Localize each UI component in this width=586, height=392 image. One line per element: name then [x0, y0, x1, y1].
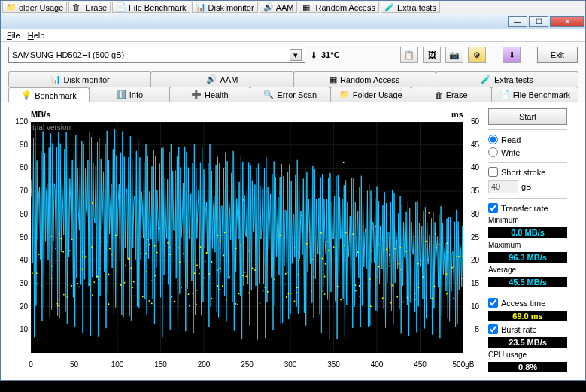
svg-point-168 — [396, 296, 398, 298]
start-button[interactable]: Start — [488, 108, 567, 125]
copy-screenshot-button[interactable]: 🖼 — [423, 47, 441, 63]
svg-point-64 — [169, 254, 171, 255]
options-button[interactable]: ⚙ — [468, 47, 486, 63]
svg-point-104 — [344, 245, 345, 246]
svg-point-203 — [178, 247, 180, 248]
svg-point-164 — [451, 267, 453, 269]
bg-tab-folder-usage[interactable]: 📁older Usage — [2, 2, 67, 13]
svg-point-165 — [324, 293, 326, 295]
svg-point-152 — [132, 287, 133, 288]
svg-point-154 — [296, 287, 298, 288]
svg-point-224 — [378, 244, 380, 245]
svg-point-97 — [294, 300, 296, 302]
menu-file[interactable]: File — [7, 31, 20, 40]
temperature-readout: 🌡 31°C — [310, 50, 340, 59]
cpu-usage-label: CPU usage — [488, 351, 567, 359]
svg-point-159 — [146, 271, 147, 272]
svg-point-27 — [71, 285, 72, 287]
tab-erase[interactable]: 🗑Erase — [411, 87, 492, 102]
save-button[interactable]: ⬇ — [503, 47, 521, 63]
svg-point-94 — [248, 250, 250, 251]
svg-point-109 — [418, 287, 420, 289]
svg-point-21 — [320, 232, 322, 234]
svg-point-117 — [327, 241, 329, 242]
bg-tab-random-access[interactable]: ▦Random Access — [299, 2, 378, 13]
svg-point-183 — [149, 244, 150, 245]
minimize-button[interactable]: — — [508, 16, 527, 27]
bg-tab-disk-monitor[interactable]: 📊Disk monitor — [192, 2, 258, 13]
svg-point-184 — [453, 298, 454, 299]
svg-point-191 — [377, 276, 378, 278]
svg-point-105 — [461, 278, 463, 279]
menu-help[interactable]: Help — [28, 31, 45, 40]
access-time-check[interactable]: Access time — [488, 298, 567, 308]
short-stroke-input[interactable]: gB — [488, 180, 567, 193]
svg-point-67 — [431, 298, 433, 299]
close-button[interactable]: ✕ — [550, 16, 584, 27]
svg-point-160 — [324, 276, 326, 278]
tab-file-benchmark[interactable]: 📄File Benchmark — [491, 87, 578, 102]
transfer-rate-check[interactable]: Transfer rate — [488, 203, 567, 213]
svg-point-20 — [217, 235, 218, 236]
svg-point-221 — [436, 247, 438, 248]
flask-icon: 🧪 — [481, 74, 491, 84]
tab-disk-monitor[interactable]: 📊Disk monitor — [8, 71, 151, 87]
svg-point-174 — [287, 293, 289, 295]
svg-point-24 — [192, 293, 193, 294]
svg-point-218 — [298, 260, 299, 262]
svg-point-220 — [240, 245, 241, 246]
svg-point-195 — [196, 290, 198, 291]
svg-point-129 — [345, 232, 347, 234]
tab-random-access[interactable]: ▦Random Access — [293, 71, 436, 87]
svg-point-59 — [355, 290, 357, 292]
svg-point-208 — [375, 226, 376, 227]
chevron-down-icon[interactable]: ▾ — [290, 49, 302, 61]
svg-point-215 — [82, 269, 83, 270]
svg-point-155 — [252, 267, 254, 269]
burst-rate-value: 23.5 MB/s — [488, 337, 567, 348]
svg-point-52 — [92, 202, 93, 204]
svg-point-121 — [235, 248, 237, 249]
exit-button[interactable]: Exit — [537, 47, 578, 63]
svg-point-171 — [286, 296, 287, 298]
drive-select[interactable]: SAMSUNG HD502HI (500 gB) ▾ — [8, 47, 305, 63]
short-stroke-check[interactable]: Short stroke — [488, 167, 567, 177]
svg-point-31 — [297, 274, 299, 275]
svg-point-150 — [80, 239, 81, 240]
tab-error-scan[interactable]: 🔍Error Scan — [250, 87, 331, 102]
svg-point-232 — [51, 278, 53, 279]
svg-point-198 — [337, 286, 339, 287]
bg-tab-file-benchmark[interactable]: 📄File Benchmark — [112, 2, 190, 13]
svg-point-91 — [378, 266, 380, 268]
svg-point-212 — [458, 256, 460, 257]
svg-point-139 — [452, 266, 454, 267]
svg-point-36 — [328, 250, 329, 251]
svg-point-238 — [58, 299, 59, 300]
svg-point-170 — [299, 257, 300, 259]
tab-benchmark[interactable]: 💡Benchmark — [8, 87, 90, 102]
tab-info[interactable]: ℹ️Info — [89, 87, 170, 102]
svg-point-231 — [129, 261, 130, 263]
bg-tab-extra-tests[interactable]: 🧪Extra tests — [381, 2, 440, 13]
svg-point-30 — [260, 302, 261, 304]
svg-point-124 — [133, 281, 135, 283]
trash-icon: 🗑 — [435, 90, 443, 99]
tab-folder-usage[interactable]: 📁Folder Usage — [330, 87, 411, 102]
svg-point-63 — [248, 292, 250, 293]
tab-extra-tests[interactable]: 🧪Extra tests — [436, 71, 578, 87]
bg-tab-erase[interactable]: 🗑Erase — [68, 2, 111, 13]
write-radio[interactable]: Write — [488, 147, 567, 157]
copy-info-button[interactable]: 📋 — [400, 47, 418, 63]
svg-point-178 — [417, 263, 419, 265]
bg-tab-aam[interactable]: 🔊AAM — [260, 2, 298, 13]
read-radio[interactable]: Read — [488, 135, 567, 144]
tab-aam[interactable]: 🔊AAM — [150, 71, 293, 87]
screenshot-button[interactable]: 📷 — [445, 47, 463, 63]
svg-point-118 — [448, 251, 449, 253]
tab-health[interactable]: ➕Health — [169, 87, 250, 102]
thermometer-icon: 🌡 — [310, 50, 318, 59]
svg-point-199 — [414, 299, 416, 300]
maximize-button[interactable]: ☐ — [529, 16, 548, 27]
svg-point-120 — [141, 236, 143, 237]
burst-rate-check[interactable]: Burst rate — [488, 324, 567, 334]
